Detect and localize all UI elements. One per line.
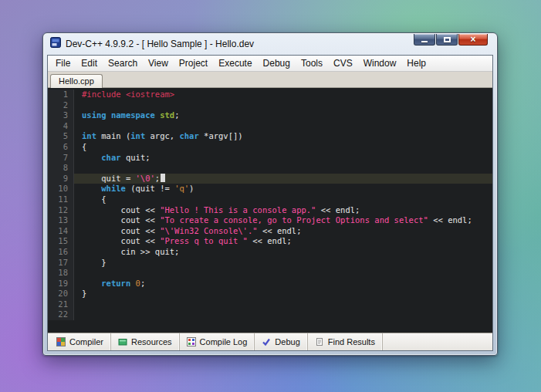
code-line-21[interactable]: 21	[48, 299, 492, 310]
code-text: }	[74, 289, 492, 299]
window-title: Dev-C++ 4.9.9.2 - [ Hello Sample ] - Hel…	[66, 39, 254, 49]
compile-log-icon	[187, 337, 196, 346]
line-number: 19	[48, 279, 74, 289]
text-caret	[161, 174, 165, 182]
code-text	[74, 163, 492, 174]
menu-project[interactable]: Project	[174, 56, 213, 71]
code-text: cout << "To create a console, go to Proj…	[74, 215, 492, 226]
tab-resources[interactable]: Resources	[111, 333, 180, 350]
code-text	[74, 299, 492, 310]
code-text	[74, 309, 492, 320]
menu-view[interactable]: View	[143, 56, 174, 71]
code-text: char quit;	[74, 153, 492, 164]
menu-window[interactable]: Window	[358, 56, 402, 71]
code-line-13[interactable]: 13 cout << "To create a console, go to P…	[48, 215, 492, 226]
line-number: 2	[48, 100, 74, 111]
code-text: int main (int argc, char *argv[])	[74, 131, 492, 142]
code-text: cout << "Press q to quit " << endl;	[74, 236, 492, 247]
code-text	[74, 100, 492, 111]
menubar: FileEditSearchViewProjectExecuteDebugToo…	[48, 56, 492, 72]
menu-cvs[interactable]: CVS	[328, 56, 358, 71]
line-number: 13	[48, 215, 74, 226]
code-editor[interactable]: 1#include <iostream>23using namespace st…	[48, 88, 492, 333]
minimize-icon	[421, 41, 428, 42]
code-text: {	[74, 142, 492, 153]
code-line-19[interactable]: 19 return 0;	[48, 279, 492, 289]
menu-tools[interactable]: Tools	[296, 56, 328, 71]
devcpp-window: Dev-C++ 4.9.9.2 - [ Hello Sample ] - Hel…	[42, 32, 498, 356]
code-line-1[interactable]: 1#include <iostream>	[48, 90, 492, 100]
code-text: quit = '\0';	[74, 174, 492, 184]
code-line-15[interactable]: 15 cout << "Press q to quit " << endl;	[48, 236, 492, 247]
tab-debug-label: Debug	[275, 337, 299, 346]
line-number: 21	[48, 299, 74, 310]
code-line-7[interactable]: 7 char quit;	[48, 153, 492, 164]
code-line-14[interactable]: 14 cout << "\'Win32 Console\'." << endl;	[48, 226, 492, 237]
code-text: cin >> quit;	[74, 247, 492, 258]
tab-resources-label: Resources	[131, 337, 172, 346]
maximize-icon	[444, 37, 451, 42]
tab-compiler-label: Compiler	[69, 337, 103, 346]
bottom-tabbar: Compiler Resources Compile Log Debug	[48, 333, 492, 350]
line-number: 9	[48, 174, 74, 184]
resources-icon	[118, 337, 127, 346]
code-text: cout << "Hello ! This is a console app."…	[74, 205, 492, 216]
code-line-10[interactable]: 10 while (quit != 'q')	[48, 184, 492, 194]
line-number: 15	[48, 236, 74, 247]
code-line-17[interactable]: 17 }	[48, 258, 492, 269]
code-line-3[interactable]: 3using namespace std;	[48, 110, 492, 121]
code-line-18[interactable]: 18	[48, 268, 492, 279]
code-text: return 0;	[74, 279, 492, 289]
code-line-8[interactable]: 8	[48, 163, 492, 174]
line-number: 20	[48, 289, 74, 299]
code-line-12[interactable]: 12 cout << "Hello ! This is a console ap…	[48, 205, 492, 216]
code-line-2[interactable]: 2	[48, 100, 492, 111]
line-number: 3	[48, 110, 74, 121]
line-number: 4	[48, 121, 74, 132]
tab-compile-log-label: Compile Log	[200, 337, 248, 346]
window-client-area: FileEditSearchViewProjectExecuteDebugToo…	[47, 55, 493, 351]
menu-execute[interactable]: Execute	[213, 56, 257, 71]
code-text	[74, 121, 492, 132]
line-number: 5	[48, 131, 74, 142]
code-line-16[interactable]: 16 cin >> quit;	[48, 247, 492, 258]
devcpp-app-icon	[50, 37, 61, 51]
code-text: #include <iostream>	[74, 90, 492, 100]
menu-search[interactable]: Search	[103, 56, 143, 71]
line-number: 12	[48, 205, 74, 216]
tab-debug[interactable]: Debug	[255, 333, 307, 350]
tab-hello-cpp[interactable]: Hello.cpp	[50, 74, 103, 88]
code-text: }	[74, 258, 492, 269]
menu-help[interactable]: Help	[401, 56, 431, 71]
close-button[interactable]: ×	[458, 34, 488, 46]
tab-compiler[interactable]: Compiler	[49, 333, 111, 350]
line-number: 1	[48, 90, 74, 100]
code-text: using namespace std;	[74, 110, 492, 121]
code-line-9[interactable]: 9 quit = '\0';	[48, 174, 492, 184]
compiler-icon	[56, 337, 66, 346]
editor-tabstrip: Hello.cpp	[48, 72, 492, 88]
menu-edit[interactable]: Edit	[76, 56, 103, 71]
code-line-5[interactable]: 5int main (int argc, char *argv[])	[48, 131, 492, 142]
line-number: 7	[48, 153, 74, 164]
line-number: 8	[48, 163, 74, 174]
code-text	[74, 268, 492, 279]
menu-file[interactable]: File	[50, 56, 76, 71]
code-text: {	[74, 194, 492, 205]
close-icon: ×	[470, 35, 475, 45]
tab-find-results-label: Find Results	[328, 337, 375, 346]
tab-compile-log[interactable]: Compile Log	[180, 333, 255, 350]
line-number: 22	[48, 309, 74, 320]
maximize-button[interactable]	[436, 34, 458, 46]
line-number: 16	[48, 247, 74, 258]
code-line-11[interactable]: 11 {	[48, 194, 492, 205]
menu-debug[interactable]: Debug	[258, 56, 296, 71]
line-number: 18	[48, 268, 74, 279]
code-line-22[interactable]: 22	[48, 309, 492, 320]
code-text: while (quit != 'q')	[74, 184, 492, 194]
code-line-4[interactable]: 4	[48, 121, 492, 132]
minimize-button[interactable]	[414, 34, 435, 46]
code-line-6[interactable]: 6{	[48, 142, 492, 153]
tab-find-results[interactable]: Find Results	[308, 333, 383, 350]
code-line-20[interactable]: 20}	[48, 289, 492, 299]
